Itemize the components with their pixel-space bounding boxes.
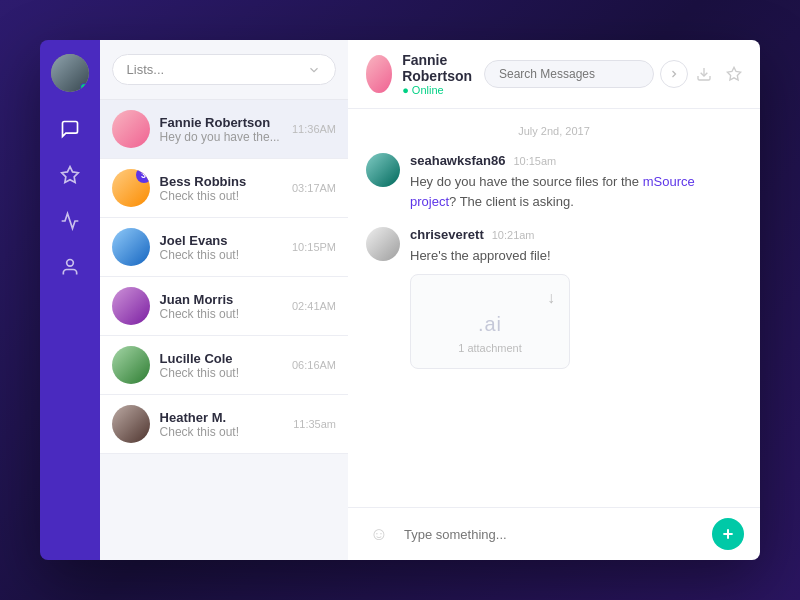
conversation-items: Fannie Robertson Hey do you have the... … [100, 100, 348, 560]
conv-time: 03:17AM [292, 182, 336, 194]
chat-user-info: Fannie Robertson ● Online [366, 52, 484, 96]
conversation-item[interactable]: Lucille Cole Check this out! 06:16AM [100, 336, 348, 395]
download-icon: ↓ [547, 289, 555, 307]
conv-avatar [112, 287, 150, 325]
svg-marker-0 [61, 167, 78, 183]
conv-info: Fannie Robertson Hey do you have the... [160, 115, 286, 144]
conv-time: 11:35am [293, 418, 336, 430]
conv-info: Lucille Cole Check this out! [160, 351, 286, 380]
online-indicator [80, 83, 88, 91]
unread-badge: 3 [136, 169, 150, 183]
svg-marker-3 [727, 67, 740, 80]
sidebar-item-starred[interactable] [59, 164, 81, 186]
conversation-item[interactable]: 3 Bess Robbins Check this out! 03:17AM [100, 159, 348, 218]
message-row: seahawksfan86 10:15am Hey do you have th… [366, 153, 742, 211]
chat-messages: July 2nd, 2017 seahawksfan86 10:15am Hey… [348, 109, 760, 507]
conversation-list: Lists... Fannie Robertson Hey do you hav… [100, 40, 348, 560]
message-author: chriseverett [410, 227, 484, 242]
conv-avatar: 3 [112, 169, 150, 207]
chat-user-status: ● Online [402, 84, 484, 96]
attachment-box[interactable]: ↓ .ai 1 attachment [410, 274, 570, 369]
chat-input-area: ☺ [348, 507, 760, 560]
chat-area: Fannie Robertson ● Online [348, 40, 760, 560]
download-icon[interactable] [696, 66, 712, 82]
message-meta: chriseverett 10:21am [410, 227, 742, 242]
conv-preview: Check this out! [160, 189, 286, 203]
message-content: chriseverett 10:21am Here's the approved… [410, 227, 742, 369]
conversation-item[interactable]: Fannie Robertson Hey do you have the... … [100, 100, 348, 159]
chat-user-meta: Fannie Robertson ● Online [402, 52, 484, 96]
conv-info: Joel Evans Check this out! [160, 233, 286, 262]
conv-time: 11:36AM [292, 123, 336, 135]
sidebar [40, 40, 100, 560]
lists-dropdown-label: Lists... [127, 62, 165, 77]
message-time: 10:21am [492, 229, 535, 241]
conv-preview: Hey do you have the... [160, 130, 286, 144]
message-text: Here's the approved file! [410, 246, 742, 266]
conv-preview: Check this out! [160, 307, 286, 321]
sidebar-item-activity[interactable] [59, 210, 81, 232]
message-author: seahawksfan86 [410, 153, 505, 168]
conv-avatar [112, 110, 150, 148]
chat-user-avatar [366, 55, 392, 93]
conv-info: Heather M. Check this out! [160, 410, 288, 439]
message-row: chriseverett 10:21am Here's the approved… [366, 227, 742, 369]
message-link[interactable]: mSource project [410, 174, 695, 209]
chat-header: Fannie Robertson ● Online [348, 40, 760, 109]
search-wrap [484, 60, 688, 88]
message-avatar [366, 227, 400, 261]
conv-preview: Check this out! [160, 248, 286, 262]
chat-header-actions [696, 66, 742, 82]
message-avatar [366, 153, 400, 187]
sidebar-user-avatar[interactable] [51, 54, 89, 92]
conv-avatar [112, 228, 150, 266]
chevron-right-icon [668, 68, 680, 80]
conversation-item[interactable]: Juan Morris Check this out! 02:41AM [100, 277, 348, 336]
conv-preview: Check this out! [160, 366, 286, 380]
conv-name: Bess Robbins [160, 174, 286, 189]
search-input[interactable] [484, 60, 654, 88]
conv-avatar [112, 405, 150, 443]
chat-input[interactable] [404, 527, 702, 542]
app-container: Lists... Fannie Robertson Hey do you hav… [40, 40, 760, 560]
date-divider: July 2nd, 2017 [366, 125, 742, 137]
plus-icon [720, 526, 736, 542]
conv-time: 02:41AM [292, 300, 336, 312]
attachment-count: 1 attachment [458, 342, 522, 354]
search-button[interactable] [660, 60, 688, 88]
chat-user-name: Fannie Robertson [402, 52, 484, 84]
conv-info: Bess Robbins Check this out! [160, 174, 286, 203]
conv-preview: Check this out! [160, 425, 288, 439]
conversation-item[interactable]: Heather M. Check this out! 11:35am [100, 395, 348, 454]
conv-info: Juan Morris Check this out! [160, 292, 286, 321]
emoji-button[interactable]: ☺ [364, 519, 394, 549]
conversation-item[interactable]: Joel Evans Check this out! 10:15PM [100, 218, 348, 277]
sidebar-item-profile[interactable] [59, 256, 81, 278]
svg-point-1 [66, 260, 73, 267]
send-button[interactable] [712, 518, 744, 550]
conv-avatar [112, 346, 150, 384]
list-header: Lists... [100, 40, 348, 100]
sidebar-item-messages[interactable] [59, 118, 81, 140]
conv-name: Joel Evans [160, 233, 286, 248]
sidebar-nav [59, 118, 81, 278]
conv-name: Juan Morris [160, 292, 286, 307]
conv-time: 06:16AM [292, 359, 336, 371]
star-icon[interactable] [726, 66, 742, 82]
chevron-down-icon [307, 63, 321, 77]
message-content: seahawksfan86 10:15am Hey do you have th… [410, 153, 742, 211]
header-right [484, 60, 742, 88]
message-time: 10:15am [513, 155, 556, 167]
message-meta: seahawksfan86 10:15am [410, 153, 742, 168]
conv-time: 10:15PM [292, 241, 336, 253]
attachment-ext: .ai [478, 313, 502, 336]
lists-dropdown[interactable]: Lists... [112, 54, 336, 85]
conv-name: Heather M. [160, 410, 288, 425]
message-text: Hey do you have the source files for the… [410, 172, 742, 211]
conv-name: Lucille Cole [160, 351, 286, 366]
conv-name: Fannie Robertson [160, 115, 286, 130]
